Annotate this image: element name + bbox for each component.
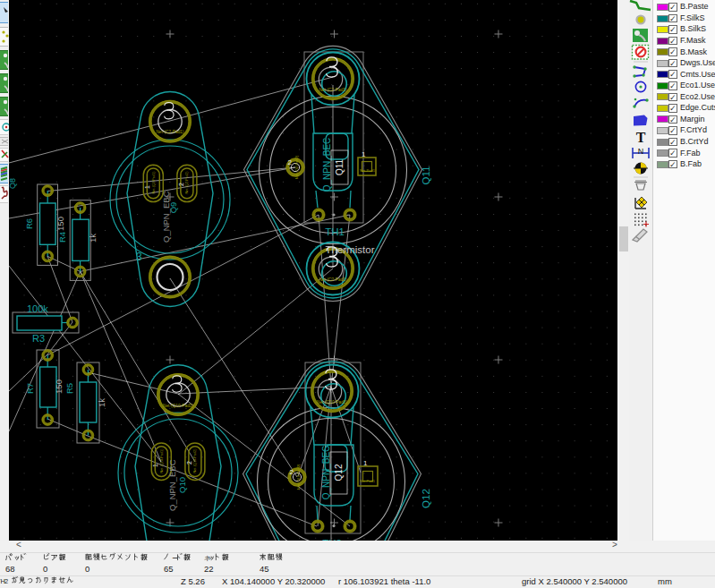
svg-text:N: N — [638, 147, 644, 156]
svg-text:ネ: ネ — [204, 554, 211, 562]
svg-text:2: 2 — [4, 577, 8, 585]
svg-text:T: T — [636, 130, 646, 145]
